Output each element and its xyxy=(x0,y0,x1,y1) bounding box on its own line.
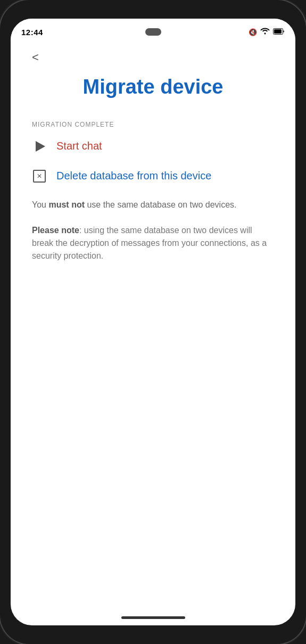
phone-screen: 12:44 🔇 xyxy=(11,19,295,625)
phone-frame: 12:44 🔇 xyxy=(0,0,306,644)
back-arrow-icon: < xyxy=(32,51,39,64)
battery-icon xyxy=(273,27,285,37)
status-bar: 12:44 🔇 xyxy=(11,19,295,45)
home-indicator xyxy=(11,609,295,625)
status-time: 12:44 xyxy=(21,28,43,37)
wifi-icon xyxy=(260,27,270,37)
delete-icon xyxy=(32,169,47,184)
home-bar xyxy=(121,616,185,619)
svg-rect-1 xyxy=(274,29,282,34)
status-icons: 🔇 xyxy=(249,27,285,37)
start-chat-label: Start chat xyxy=(56,140,102,152)
warning-text-1: You must not use the same database on tw… xyxy=(32,199,274,211)
page-title: Migrate device xyxy=(32,75,274,100)
play-icon xyxy=(32,139,47,154)
mute-icon: 🔇 xyxy=(249,28,257,36)
camera-notch xyxy=(145,28,161,36)
start-chat-item[interactable]: Start chat xyxy=(32,139,274,154)
note-text: Please note: using the same database on … xyxy=(32,224,274,262)
delete-database-item[interactable]: Delete database from this device xyxy=(32,169,274,184)
section-label: MIGRATION COMPLETE xyxy=(32,121,274,128)
must-not-text: must not xyxy=(48,200,85,209)
delete-database-label: Delete database from this device xyxy=(56,170,211,182)
back-button[interactable]: < xyxy=(32,51,274,64)
content-area: < Migrate device MIGRATION COMPLETE Star… xyxy=(11,45,295,609)
please-note-text: Please note xyxy=(32,226,79,235)
